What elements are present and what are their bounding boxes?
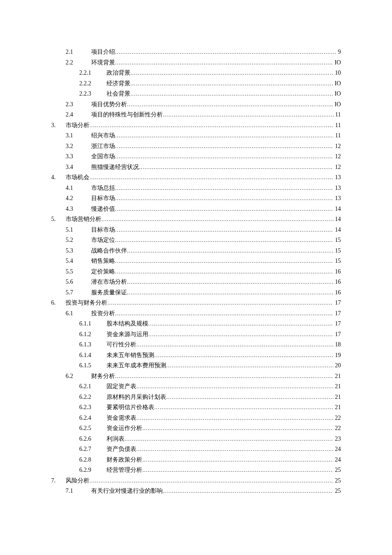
toc-entry: 6.1.2资金来源与运用17 xyxy=(51,329,341,340)
toc-number: 7.1 xyxy=(66,486,91,497)
toc-title: 目标市场 xyxy=(91,225,115,235)
toc-number: 6.2.4 xyxy=(79,413,107,424)
toc-entry: 3.3全国市场12 xyxy=(51,151,341,162)
toc-page-number: 18 xyxy=(333,340,341,350)
toc-entry: 6.1.1股本结构及规模17 xyxy=(51,319,341,329)
toc-page-number: 11 xyxy=(334,110,341,120)
toc-entry: 4.3慢递价值14 xyxy=(51,204,341,215)
toc-entry: 2.2.2经济背景IO xyxy=(51,78,341,89)
toc-leader-dots xyxy=(115,267,333,277)
toc-entry: 3.1绍兴市场11 xyxy=(51,131,341,141)
toc-entry: 6.2.9经营管理分析25 xyxy=(51,465,341,476)
toc-number: 5.1 xyxy=(66,225,91,235)
toc-leader-dots xyxy=(136,413,333,424)
toc-page-number: 12 xyxy=(333,141,341,152)
toc-entry: 3.市场分析 11 xyxy=(51,120,341,131)
toc-title: 资产负债表 xyxy=(107,444,136,455)
toc-number: 6.2 xyxy=(66,371,91,382)
toc-title: 服务质量保证 xyxy=(91,288,127,298)
toc-number: 5.5 xyxy=(66,267,91,277)
toc-entry: 7.1有关行业对慢递行业的影响25 xyxy=(51,486,341,497)
toc-leader-dots xyxy=(115,141,333,152)
toc-number: 3. xyxy=(51,120,66,131)
toc-entry: 6.2.3要紧明信片价格表21 xyxy=(51,402,341,413)
toc-page-number: 25 xyxy=(333,486,341,497)
toc-leader-dots xyxy=(101,214,333,225)
toc-entry: 5.7服务质量保证16 xyxy=(51,288,341,298)
toc-entry: 6.2.8财务政策分析24 xyxy=(51,455,341,465)
toc-page-number: 17 xyxy=(333,308,341,319)
toc-title: 股本结构及规模 xyxy=(107,319,148,329)
toc-page-number: 22 xyxy=(333,413,341,424)
toc-leader-dots xyxy=(115,204,333,215)
toc-page-number: 17 xyxy=(333,329,341,340)
toc-page-number: 14 xyxy=(333,225,341,235)
toc-page-number: 24 xyxy=(333,444,341,455)
toc-leader-dots xyxy=(142,455,333,465)
toc-leader-dots xyxy=(142,423,333,434)
toc-leader-dots xyxy=(136,444,333,455)
table-of-contents: 2.1项目介绍92.2环境背景IO2.2.1政治背景102.2.2经济背景IO2… xyxy=(51,47,341,497)
toc-title: 目标市场 xyxy=(91,193,115,204)
toc-leader-dots xyxy=(154,350,333,361)
toc-page-number: IO xyxy=(333,99,341,110)
toc-page-number: 25 xyxy=(333,465,341,476)
toc-title: 环境背景 xyxy=(91,58,115,68)
toc-leader-dots xyxy=(115,58,333,68)
toc-page-number: IO xyxy=(333,58,341,68)
toc-title: 战略合作伙伴 xyxy=(91,246,127,256)
toc-title: 市场定位 xyxy=(91,235,115,246)
toc-leader-dots xyxy=(107,298,333,308)
toc-entry: 6.2财务分析21 xyxy=(51,371,341,382)
toc-page-number: 16 xyxy=(333,267,341,277)
toc-entry: 6.2.1固定资产表21 xyxy=(51,381,341,392)
toc-page-number: 11 xyxy=(334,131,341,141)
toc-title: 可行性分析 xyxy=(107,340,136,350)
toc-title: 有关行业对慢递行业的影响 xyxy=(91,486,163,497)
toc-number: 2.4 xyxy=(66,110,91,120)
toc-title: 利润表 xyxy=(107,434,124,445)
toc-title: 未来五年销售预测 xyxy=(107,350,154,361)
toc-title: 市场营销分析 xyxy=(66,214,101,225)
toc-leader-dots xyxy=(166,392,333,403)
toc-page-number: 17 xyxy=(333,319,341,329)
toc-leader-dots xyxy=(130,89,333,99)
toc-number: 2.2.2 xyxy=(79,78,107,89)
toc-leader-dots xyxy=(148,329,333,340)
toc-title: 风险分析 xyxy=(66,476,89,486)
toc-entry: 5.3战略合作伙伴15 xyxy=(51,246,341,256)
toc-page-number: 15 xyxy=(333,246,341,256)
toc-number: 6.1 xyxy=(66,308,91,319)
toc-page-number: 15 xyxy=(333,235,341,246)
toc-entry: 5.5定价策略16 xyxy=(51,267,341,277)
toc-number: 6.2.2 xyxy=(79,392,107,403)
toc-page-number: 23 xyxy=(333,434,341,445)
toc-leader-dots xyxy=(127,277,333,288)
toc-leader-dots xyxy=(89,172,333,183)
toc-number: 6.2.1 xyxy=(79,381,107,392)
toc-page-number: 13 xyxy=(333,183,341,194)
toc-title: 经营管理分析 xyxy=(107,465,142,476)
toc-page-number: 13 xyxy=(333,172,341,183)
toc-number: 4.1 xyxy=(66,183,91,194)
toc-entry: 3.4熊猫慢递经营状况12 xyxy=(51,162,341,173)
toc-entry: 2.4项目的特殊性与创新性分析11 xyxy=(51,110,341,120)
toc-leader-dots xyxy=(115,308,333,319)
toc-entry: 5.4销售策略15 xyxy=(51,256,341,267)
toc-number: 5.4 xyxy=(66,256,91,267)
toc-page-number: 21 xyxy=(333,402,341,413)
toc-leader-dots xyxy=(115,131,334,141)
toc-entry: 6.1.4未来五年销售预测19 xyxy=(51,350,341,361)
toc-leader-dots xyxy=(115,183,333,194)
toc-page-number: 15 xyxy=(333,256,341,267)
toc-title: 潜在市场分析 xyxy=(91,277,127,288)
toc-entry: 7.风险分析 25 xyxy=(51,476,341,486)
toc-title: 项目优势分析 xyxy=(91,99,127,110)
toc-page-number: 16 xyxy=(333,277,341,288)
toc-number: 2.1 xyxy=(66,47,91,58)
toc-number: 6. xyxy=(51,298,66,308)
toc-number: 2.3 xyxy=(66,99,91,110)
toc-leader-dots xyxy=(163,486,333,497)
toc-leader-dots xyxy=(115,235,333,246)
toc-page-number: 25 xyxy=(333,476,341,486)
